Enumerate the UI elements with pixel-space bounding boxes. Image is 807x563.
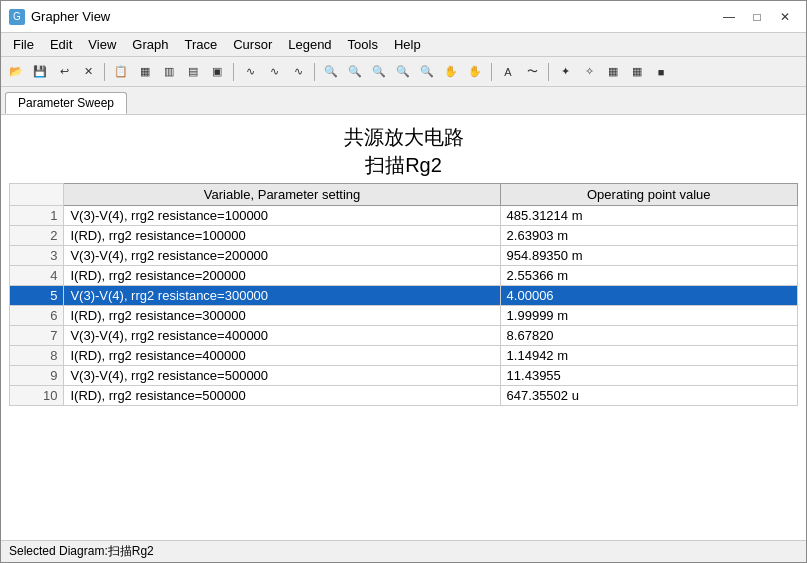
row-number: 9 <box>10 366 64 386</box>
toolbar-zoom-in[interactable]: 🔍 <box>320 61 342 83</box>
row-variable: V(3)-V(4), rrg2 resistance=500000 <box>64 366 500 386</box>
row-value: 954.89350 m <box>500 246 797 266</box>
toolbar-delete[interactable]: ✕ <box>77 61 99 83</box>
toolbar: 📂 💾 ↩ ✕ 📋 ▦ ▥ ▤ ▣ ∿ ∿ ∿ 🔍 🔍 🔍 🔍 🔍 ✋ ✋ A … <box>1 57 806 87</box>
table-row[interactable]: 7V(3)-V(4), rrg2 resistance=4000008.6782… <box>10 326 798 346</box>
toolbar-zoom-fit[interactable]: 🔍 <box>368 61 390 83</box>
row-value: 2.55366 m <box>500 266 797 286</box>
table-row[interactable]: 4I(RD), rrg2 resistance=2000002.55366 m <box>10 266 798 286</box>
toolbar-wave1[interactable]: ∿ <box>239 61 261 83</box>
row-number: 3 <box>10 246 64 266</box>
menu-graph[interactable]: Graph <box>124 35 176 54</box>
menu-view[interactable]: View <box>80 35 124 54</box>
row-variable: I(RD), rrg2 resistance=500000 <box>64 386 500 406</box>
toolbar-grid3[interactable]: ▤ <box>182 61 204 83</box>
row-value: 11.43955 <box>500 366 797 386</box>
table-container: Variable, Parameter setting Operating po… <box>1 183 806 540</box>
menu-edit[interactable]: Edit <box>42 35 80 54</box>
main-window: G Grapher View — □ ✕ File Edit View Grap… <box>0 0 807 563</box>
row-variable: V(3)-V(4), rrg2 resistance=400000 <box>64 326 500 346</box>
toolbar-sep-5 <box>548 63 549 81</box>
table-row[interactable]: 3V(3)-V(4), rrg2 resistance=200000954.89… <box>10 246 798 266</box>
row-number: 2 <box>10 226 64 246</box>
row-value: 2.63903 m <box>500 226 797 246</box>
menu-trace[interactable]: Trace <box>176 35 225 54</box>
table-row[interactable]: 6I(RD), rrg2 resistance=3000001.99999 m <box>10 306 798 326</box>
maximize-button[interactable]: □ <box>744 7 770 27</box>
chart-title-line2: 扫描Rg2 <box>1 151 806 179</box>
menu-bar: File Edit View Graph Trace Cursor Legend… <box>1 33 806 57</box>
menu-legend[interactable]: Legend <box>280 35 339 54</box>
chart-title: 共源放大电路 扫描Rg2 <box>1 115 806 183</box>
row-variable: V(3)-V(4), rrg2 resistance=100000 <box>64 206 500 226</box>
row-number: 1 <box>10 206 64 226</box>
chart-title-line1: 共源放大电路 <box>1 123 806 151</box>
row-value: 8.67820 <box>500 326 797 346</box>
toolbar-table1[interactable]: ▦ <box>602 61 624 83</box>
toolbar-pan1[interactable]: ✋ <box>440 61 462 83</box>
menu-tools[interactable]: Tools <box>340 35 386 54</box>
toolbar-text[interactable]: A <box>497 61 519 83</box>
tab-bar: Parameter Sweep <box>1 87 806 115</box>
toolbar-wave-symbol[interactable]: 〜 <box>521 61 543 83</box>
menu-help[interactable]: Help <box>386 35 429 54</box>
row-variable: I(RD), rrg2 resistance=100000 <box>64 226 500 246</box>
window-title: Grapher View <box>31 9 110 24</box>
toolbar-marker2[interactable]: ✧ <box>578 61 600 83</box>
toolbar-grid2[interactable]: ▥ <box>158 61 180 83</box>
table-row[interactable]: 2I(RD), rrg2 resistance=1000002.63903 m <box>10 226 798 246</box>
row-value: 1.14942 m <box>500 346 797 366</box>
toolbar-sep-2 <box>233 63 234 81</box>
row-variable: V(3)-V(4), rrg2 resistance=300000 <box>64 286 500 306</box>
toolbar-sep-1 <box>104 63 105 81</box>
toolbar-open[interactable]: 📂 <box>5 61 27 83</box>
toolbar-grid1[interactable]: ▦ <box>134 61 156 83</box>
menu-cursor[interactable]: Cursor <box>225 35 280 54</box>
toolbar-table2[interactable]: ▦ <box>626 61 648 83</box>
close-button[interactable]: ✕ <box>772 7 798 27</box>
title-controls: — □ ✕ <box>716 7 798 27</box>
toolbar-sep-4 <box>491 63 492 81</box>
toolbar-marker1[interactable]: ✦ <box>554 61 576 83</box>
row-number: 8 <box>10 346 64 366</box>
toolbar-sep-3 <box>314 63 315 81</box>
toolbar-zoom-out[interactable]: 🔍 <box>344 61 366 83</box>
toolbar-grid4[interactable]: ▣ <box>206 61 228 83</box>
row-variable: I(RD), rrg2 resistance=300000 <box>64 306 500 326</box>
menu-file[interactable]: File <box>5 35 42 54</box>
row-variable: I(RD), rrg2 resistance=200000 <box>64 266 500 286</box>
col-header-value: Operating point value <box>500 184 797 206</box>
table-row[interactable]: 8I(RD), rrg2 resistance=4000001.14942 m <box>10 346 798 366</box>
row-value: 647.35502 u <box>500 386 797 406</box>
row-value: 4.00006 <box>500 286 797 306</box>
table-row[interactable]: 1V(3)-V(4), rrg2 resistance=100000485.31… <box>10 206 798 226</box>
table-row[interactable]: 10I(RD), rrg2 resistance=500000647.35502… <box>10 386 798 406</box>
table-row[interactable]: 9V(3)-V(4), rrg2 resistance=50000011.439… <box>10 366 798 386</box>
toolbar-copy[interactable]: 📋 <box>110 61 132 83</box>
minimize-button[interactable]: — <box>716 7 742 27</box>
row-variable: V(3)-V(4), rrg2 resistance=200000 <box>64 246 500 266</box>
app-icon: G <box>9 9 25 25</box>
toolbar-undo[interactable]: ↩ <box>53 61 75 83</box>
row-variable: I(RD), rrg2 resistance=400000 <box>64 346 500 366</box>
col-header-num <box>10 184 64 206</box>
toolbar-wave2[interactable]: ∿ <box>263 61 285 83</box>
title-bar: G Grapher View — □ ✕ <box>1 1 806 33</box>
content-area: 共源放大电路 扫描Rg2 Variable, Parameter setting… <box>1 115 806 540</box>
toolbar-square[interactable]: ■ <box>650 61 672 83</box>
toolbar-wave3[interactable]: ∿ <box>287 61 309 83</box>
row-value: 485.31214 m <box>500 206 797 226</box>
col-header-variable: Variable, Parameter setting <box>64 184 500 206</box>
data-table: Variable, Parameter setting Operating po… <box>9 183 798 406</box>
toolbar-zoom-x[interactable]: 🔍 <box>392 61 414 83</box>
status-bar: Selected Diagram:扫描Rg2 <box>1 540 806 562</box>
row-number: 6 <box>10 306 64 326</box>
table-row[interactable]: 5V(3)-V(4), rrg2 resistance=3000004.0000… <box>10 286 798 306</box>
tab-parameter-sweep[interactable]: Parameter Sweep <box>5 92 127 114</box>
row-number: 4 <box>10 266 64 286</box>
title-bar-left: G Grapher View <box>9 9 110 25</box>
toolbar-save[interactable]: 💾 <box>29 61 51 83</box>
toolbar-pan2[interactable]: ✋ <box>464 61 486 83</box>
status-text: Selected Diagram:扫描Rg2 <box>9 543 154 560</box>
toolbar-zoom-y[interactable]: 🔍 <box>416 61 438 83</box>
